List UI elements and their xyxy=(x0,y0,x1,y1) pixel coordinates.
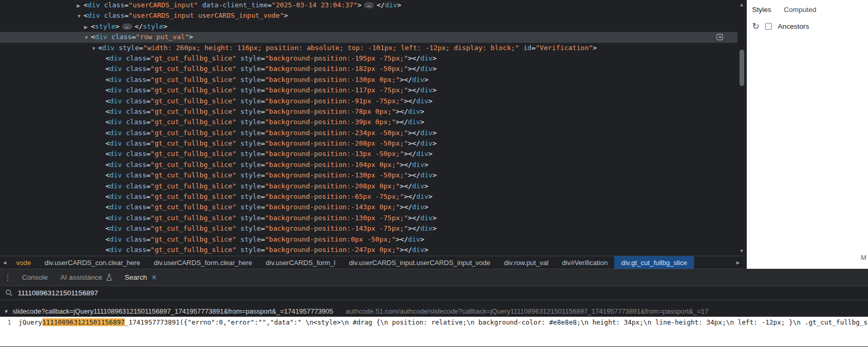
drawer-menu-icon[interactable]: ⋮ xyxy=(0,273,16,282)
code-token: = xyxy=(139,44,143,52)
scroll-up-icon[interactable]: ▲ xyxy=(737,1,746,8)
code-token xyxy=(122,246,126,254)
dom-tree-row-slice[interactable]: <div class="gt_cut_fullbg_slice" style="… xyxy=(0,117,737,127)
dom-tree-row-slice[interactable]: <div class="gt_cut_fullbg_slice" style="… xyxy=(0,138,737,149)
elements-scrollbar[interactable]: ▲ ▼ xyxy=(737,0,746,256)
code-token: "gt_cut_fullbg_slice" xyxy=(150,54,236,62)
code-token: class xyxy=(126,118,146,126)
search-result-file-row[interactable]: ▼ slidecode?callback=jQuery1111089631215… xyxy=(0,306,868,317)
breadcrumb-item[interactable]: div.userCARDS_con.clear_here xyxy=(38,256,147,269)
code-token: > xyxy=(432,139,437,147)
dom-tree-row-slice[interactable]: <div class="gt_cut_fullbg_slice" style="… xyxy=(0,149,737,159)
dom-tree-row-slice[interactable]: <div class="gt_cut_fullbg_slice" style="… xyxy=(0,192,737,202)
node-style[interactable]: ▶<style>…</style> xyxy=(0,21,737,32)
scroll-into-view-icon[interactable] xyxy=(715,33,724,41)
code-token: < xyxy=(105,65,110,73)
refresh-icon[interactable]: ↻ xyxy=(752,22,759,31)
drawer-tabbar: ⋮ ConsoleAI assistanceSearch× xyxy=(0,269,868,286)
code-token: div xyxy=(88,1,100,9)
dom-tree-row-slice[interactable]: <div class="gt_cut_fullbg_slice" style="… xyxy=(0,85,737,95)
dom-tree-row-slice[interactable]: <div class="gt_cut_fullbg_slice" style="… xyxy=(0,128,737,138)
dom-tree-row-slice[interactable]: <div class="gt_cut_fullbg_slice" style="… xyxy=(0,234,737,245)
code-token: < xyxy=(105,118,110,126)
scrollbar-thumb[interactable] xyxy=(740,50,744,86)
code-token: > xyxy=(425,76,429,83)
breadcrumb-item[interactable]: div.gt_cut_fullbg_slice xyxy=(614,256,694,269)
code-token: div xyxy=(420,129,432,137)
code-token xyxy=(122,203,126,211)
code-token: class xyxy=(126,107,146,115)
dom-tree-row-slice[interactable]: <div class="gt_cut_fullbg_slice" style="… xyxy=(0,181,737,192)
code-token: = xyxy=(146,182,150,190)
breadcrumb-item[interactable]: div.userCARDS_input.userCARDS_input_vode xyxy=(342,256,497,269)
code-token: = xyxy=(146,193,150,200)
scroll-down-icon[interactable]: ▼ xyxy=(737,247,746,255)
drawer-tab-ai-assistance[interactable]: AI assistance xyxy=(54,269,119,285)
code-token: div xyxy=(110,107,122,115)
code-token: class xyxy=(126,182,146,190)
node-row-put-val[interactable]: ▼<div class="row put_val"> xyxy=(0,32,737,42)
dom-tree-row-slice[interactable]: <div class="gt_cut_fullbg_slice" style="… xyxy=(0,75,737,85)
tab-computed[interactable]: Computed xyxy=(784,0,816,19)
code-token: "background-position:-143px 0px;" xyxy=(265,203,400,211)
dom-tree-row-slice[interactable]: <div class="gt_cut_fullbg_slice" style="… xyxy=(0,106,737,117)
code-token: "background-position:-195px -75px;" xyxy=(265,54,408,62)
drawer: ⋮ ConsoleAI assistanceSearch× ▼ slidecod… xyxy=(0,269,868,347)
ancestors-checkbox[interactable] xyxy=(765,23,772,30)
expand-inline-button[interactable]: … xyxy=(364,2,374,8)
code-token xyxy=(100,1,104,9)
dom-tree-row-slice[interactable]: <div class="gt_cut_fullbg_slice" style="… xyxy=(0,96,737,106)
node-verification[interactable]: ▼<div style="width: 260px; height: 116px… xyxy=(0,43,737,53)
search-result-file-label: slidecode?callback=jQuery111108963121501… xyxy=(13,307,333,315)
twisty-expanded-icon[interactable]: ▼ xyxy=(84,32,91,43)
sidebar-clipped-text: M xyxy=(861,254,866,261)
code-token: </ xyxy=(377,1,385,9)
drawer-tab-console[interactable]: Console xyxy=(16,269,54,285)
dom-tree-row-slice[interactable]: <div class="gt_cut_fullbg_slice" style="… xyxy=(0,245,737,255)
code-token: = xyxy=(146,235,150,243)
twisty-collapsed-icon[interactable]: ▶ xyxy=(84,22,91,32)
code-token xyxy=(122,224,126,232)
code-token: "gt_cut_fullbg_slice" xyxy=(150,161,236,169)
twisty-expanded-icon[interactable]: ▼ xyxy=(91,43,98,54)
dom-tree-row-slice[interactable]: <div class="gt_cut_fullbg_slice" style="… xyxy=(0,160,737,170)
dom-tree-row-slice[interactable]: <div class="gt_cut_fullbg_slice" style="… xyxy=(0,53,737,64)
twisty-collapsed-icon[interactable]: ▶ xyxy=(77,1,84,11)
dom-tree-row-slice[interactable]: <div class="gt_cut_fullbg_slice" style="… xyxy=(0,223,737,234)
close-tab-icon[interactable]: × xyxy=(152,273,157,282)
code-token xyxy=(107,33,111,41)
twisty-expanded-icon[interactable]: ▼ xyxy=(77,11,84,21)
drawer-tab-search[interactable]: Search× xyxy=(119,269,163,285)
breadcrumb-item[interactable]: div.userCARDS_form.clear_here xyxy=(147,256,259,269)
code-token: < xyxy=(105,193,110,200)
code-token: > xyxy=(432,171,437,179)
dom-tree-row-slice[interactable]: <div class="gt_cut_fullbg_slice" style="… xyxy=(0,64,737,74)
elements-panel: ▶<div class="userCARDS_input" data-clien… xyxy=(0,0,746,269)
breadcrumb-item[interactable]: div#Verification xyxy=(555,256,614,269)
breadcrumb-scroll-left-icon[interactable]: ◀ xyxy=(0,260,9,265)
breadcrumb-scroll-right-icon[interactable]: ▶ xyxy=(733,260,743,265)
dom-tree-row-slice[interactable]: <div class="gt_cut_fullbg_slice" style="… xyxy=(0,170,737,181)
breadcrumb-item[interactable]: vode xyxy=(9,256,38,269)
code-token xyxy=(122,193,126,200)
breadcrumb-item[interactable]: div.userCARDS_form_l xyxy=(259,256,342,269)
code-token: ></ xyxy=(408,171,420,179)
code-token: > xyxy=(432,65,437,73)
dom-tree-row-slice[interactable]: <div class="gt_cut_fullbg_slice" style="… xyxy=(0,202,737,212)
disclosure-expanded-icon[interactable]: ▼ xyxy=(2,309,10,314)
code-token: = xyxy=(146,76,150,83)
expand-inline-button[interactable]: … xyxy=(122,23,132,30)
breadcrumb-item[interactable]: div.row.put_val xyxy=(497,256,555,269)
dom-tree-row-slice[interactable]: <div class="gt_cut_fullbg_slice" style="… xyxy=(0,213,737,223)
node-usercards-input[interactable]: ▶<div class="userCARDS_input" data-clien… xyxy=(0,0,737,10)
code-token: div xyxy=(420,171,432,179)
code-token xyxy=(519,44,523,52)
search-result-match-row[interactable]: 1 jQuery111108963121501156897_1741957773… xyxy=(0,317,868,346)
search-input[interactable] xyxy=(18,289,488,297)
tab-styles[interactable]: Styles xyxy=(752,0,771,19)
code-token: class xyxy=(126,203,146,211)
code-token: < xyxy=(105,97,110,105)
node-usercards-input-vode[interactable]: ▼<div class="userCARDS_input userCARDS_i… xyxy=(0,10,737,21)
code-token xyxy=(122,171,126,179)
drawer-tab-label: AI assistance xyxy=(61,273,102,281)
